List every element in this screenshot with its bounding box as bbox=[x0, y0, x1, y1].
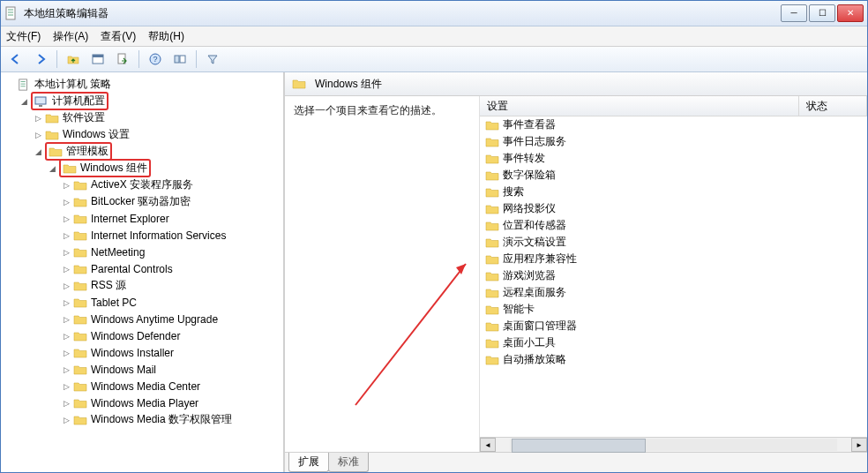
tree-expander[interactable]: ▷ bbox=[61, 398, 71, 409]
list-item[interactable]: 事件查看器 bbox=[480, 116, 867, 133]
tree-windows-components[interactable]: ◢Windows 组件 bbox=[1, 160, 283, 176]
tree-software-settings[interactable]: ▷软件设置 bbox=[1, 109, 283, 126]
properties-button[interactable] bbox=[86, 49, 109, 70]
tree-expander[interactable]: ▷ bbox=[61, 364, 71, 375]
list-item-label: 位置和传感器 bbox=[503, 218, 566, 233]
export-button[interactable] bbox=[111, 49, 134, 70]
horizontal-scrollbar[interactable]: ◄ ► bbox=[480, 437, 867, 452]
tree-expander[interactable]: ◢ bbox=[47, 163, 57, 174]
tree-child-9[interactable]: ▷Windows Defender bbox=[1, 327, 283, 344]
folder-icon bbox=[73, 380, 87, 393]
tree-expander[interactable]: ▷ bbox=[61, 264, 71, 274]
list-item-label: 搜索 bbox=[503, 184, 524, 199]
list-item[interactable]: 桌面窗口管理器 bbox=[480, 318, 867, 334]
menu-file[interactable]: 文件(F) bbox=[6, 29, 41, 44]
folder-icon bbox=[485, 136, 499, 148]
tree-windows-settings[interactable]: ▷Windows 设置 bbox=[1, 126, 283, 143]
tab-standard[interactable]: 标准 bbox=[328, 453, 369, 472]
tree-expander[interactable]: ◢ bbox=[33, 146, 43, 157]
list-item[interactable]: 应用程序兼容性 bbox=[480, 251, 867, 267]
tree-child-4[interactable]: ▷NetMeeting bbox=[1, 244, 283, 260]
tree-child-3[interactable]: ▷Internet Information Services bbox=[1, 227, 283, 244]
folder-icon bbox=[485, 203, 499, 215]
list-item[interactable]: 数字保险箱 bbox=[480, 167, 867, 184]
tree-child-11[interactable]: ▷Windows Mail bbox=[1, 361, 283, 378]
tree-admin-templates[interactable]: ◢管理模板 bbox=[1, 143, 283, 160]
scroll-left-arrow[interactable]: ◄ bbox=[480, 438, 496, 452]
tree-expander[interactable]: ▷ bbox=[61, 297, 71, 308]
menu-view[interactable]: 查看(V) bbox=[101, 29, 136, 44]
menu-action[interactable]: 操作(A) bbox=[53, 29, 88, 44]
show-hide-button[interactable] bbox=[168, 49, 191, 70]
list-item-label: 事件日志服务 bbox=[503, 134, 566, 149]
minimize-button[interactable]: ─ bbox=[781, 4, 807, 22]
svg-rect-9 bbox=[175, 56, 179, 63]
scroll-track[interactable] bbox=[510, 439, 837, 451]
list-header: 设置 状态 bbox=[480, 96, 867, 116]
filter-button[interactable] bbox=[201, 49, 224, 70]
tab-extended[interactable]: 扩展 bbox=[288, 453, 329, 472]
help-button[interactable]: ? bbox=[144, 49, 167, 70]
tree-expander[interactable]: ▷ bbox=[61, 381, 71, 392]
list-body[interactable]: 事件查看器事件日志服务事件转发数字保险箱搜索网络投影仪位置和传感器演示文稿设置应… bbox=[480, 116, 867, 437]
tree-expander[interactable]: ▷ bbox=[61, 230, 71, 241]
tree-child-13[interactable]: ▷Windows Media Player bbox=[1, 394, 283, 411]
tree-expander[interactable]: ◢ bbox=[19, 96, 29, 107]
tree-child-6[interactable]: ▷RSS 源 bbox=[1, 277, 283, 294]
forward-button[interactable] bbox=[29, 49, 52, 70]
col-setting[interactable]: 设置 bbox=[480, 96, 799, 116]
tree-computer-config[interactable]: ◢计算机配置 bbox=[1, 93, 283, 109]
tree-root[interactable]: 本地计算机 策略 bbox=[1, 76, 283, 93]
list-item[interactable]: 游戏浏览器 bbox=[480, 267, 867, 284]
tree-child-10[interactable]: ▷Windows Installer bbox=[1, 344, 283, 361]
tree-child-8[interactable]: ▷Windows Anytime Upgrade bbox=[1, 311, 283, 327]
scroll-thumb[interactable] bbox=[512, 439, 646, 453]
tree-expander[interactable] bbox=[4, 79, 15, 90]
app-window: 本地组策略编辑器 ─ ☐ ✕ 文件(F) 操作(A) 查看(V) 帮助(H) ?… bbox=[0, 0, 868, 473]
menu-help[interactable]: 帮助(H) bbox=[148, 29, 184, 44]
list-item-label: 数字保险箱 bbox=[503, 168, 556, 183]
tree-expander[interactable]: ▷ bbox=[33, 113, 43, 124]
tree-child-0[interactable]: ▷ActiveX 安装程序服务 bbox=[1, 176, 283, 193]
list-item[interactable]: 事件转发 bbox=[480, 150, 867, 167]
tree-label: Windows Media Center bbox=[91, 380, 200, 393]
scroll-right-arrow[interactable]: ► bbox=[851, 438, 867, 452]
list-item[interactable]: 位置和传感器 bbox=[480, 217, 867, 234]
tree-expander[interactable]: ▷ bbox=[61, 314, 71, 325]
list-item[interactable]: 事件日志服务 bbox=[480, 133, 867, 150]
tree-child-2[interactable]: ▷Internet Explorer bbox=[1, 210, 283, 227]
list-item[interactable]: 远程桌面服务 bbox=[480, 284, 867, 301]
tree-expander[interactable]: ▷ bbox=[61, 180, 71, 191]
folder-icon bbox=[49, 146, 63, 158]
tree-expander[interactable]: ▷ bbox=[61, 247, 71, 258]
up-button[interactable] bbox=[62, 49, 85, 70]
tree-expander[interactable]: ▷ bbox=[61, 331, 71, 342]
tree-expander[interactable]: ▷ bbox=[61, 214, 71, 224]
tree-child-1[interactable]: ▷BitLocker 驱动器加密 bbox=[1, 193, 283, 210]
list-item[interactable]: 智能卡 bbox=[480, 301, 867, 318]
close-button[interactable]: ✕ bbox=[837, 4, 864, 22]
list-item[interactable]: 桌面小工具 bbox=[480, 334, 867, 351]
list-item[interactable]: 自动播放策略 bbox=[480, 351, 867, 368]
maximize-button[interactable]: ☐ bbox=[809, 4, 835, 22]
folder-icon bbox=[73, 213, 87, 225]
tree-pane[interactable]: 本地计算机 策略◢计算机配置▷软件设置▷Windows 设置◢管理模板◢Wind… bbox=[1, 72, 285, 472]
computer-icon bbox=[34, 95, 49, 108]
list-item[interactable]: 网络投影仪 bbox=[480, 200, 867, 217]
tree-expander[interactable]: ▷ bbox=[61, 281, 71, 291]
tree-expander[interactable]: ▷ bbox=[61, 348, 71, 358]
tree-child-12[interactable]: ▷Windows Media Center bbox=[1, 378, 283, 394]
tree-child-7[interactable]: ▷Tablet PC bbox=[1, 294, 283, 311]
back-button[interactable] bbox=[4, 49, 27, 70]
tree-label: Windows Defender bbox=[91, 330, 180, 342]
tree-child-14[interactable]: ▷Windows Media 数字权限管理 bbox=[1, 411, 283, 428]
tree-child-5[interactable]: ▷Parental Controls bbox=[1, 260, 283, 277]
col-state[interactable]: 状态 bbox=[799, 96, 867, 116]
tree-expander[interactable]: ▷ bbox=[61, 415, 71, 425]
svg-rect-11 bbox=[19, 79, 27, 89]
folder-icon bbox=[73, 280, 87, 292]
tree-expander[interactable]: ▷ bbox=[61, 197, 71, 207]
tree-expander[interactable]: ▷ bbox=[33, 130, 43, 140]
list-item[interactable]: 搜索 bbox=[480, 184, 867, 200]
list-item[interactable]: 演示文稿设置 bbox=[480, 234, 867, 251]
